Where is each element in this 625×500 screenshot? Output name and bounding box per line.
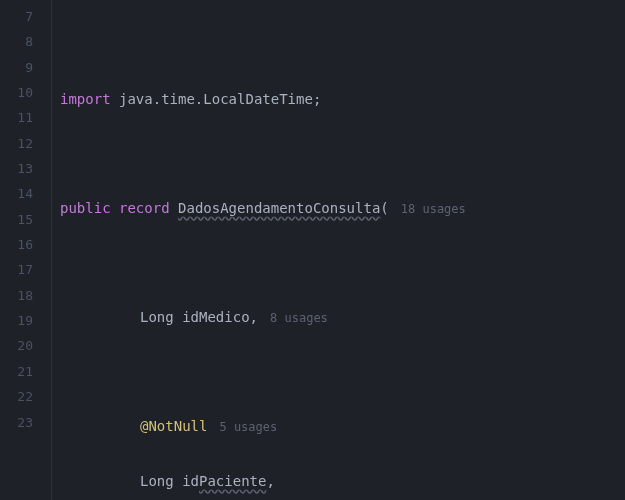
- line-number: 23: [0, 410, 33, 435]
- line-number: 7: [0, 4, 33, 29]
- usage-hint[interactable]: 8 usages: [258, 311, 328, 325]
- line-number: 13: [0, 156, 33, 181]
- line-number: 21: [0, 359, 33, 384]
- line-number: 19: [0, 308, 33, 333]
- line-number: 16: [0, 232, 33, 257]
- code-line: [60, 140, 625, 167]
- paren-open: (: [380, 200, 388, 216]
- line-number: 18: [0, 283, 33, 308]
- code-line: [60, 250, 625, 277]
- line-number: 22: [0, 384, 33, 409]
- comma: ,: [250, 309, 258, 325]
- keyword-record: record: [119, 200, 170, 216]
- identifier: idMedico: [182, 309, 249, 325]
- line-number: 20: [0, 333, 33, 358]
- keyword-public: public: [60, 200, 111, 216]
- code-line: [60, 359, 625, 386]
- identifier-prefix: id: [182, 473, 199, 489]
- line-number: 14: [0, 181, 33, 206]
- code-line: public record DadosAgendamentoConsulta(1…: [60, 195, 625, 222]
- identifier-underlined: Paciente: [199, 473, 266, 489]
- line-number: 17: [0, 257, 33, 282]
- type-name: Long: [140, 473, 174, 489]
- record-name[interactable]: DadosAgendamentoConsulta: [178, 200, 380, 216]
- type-name: Long: [140, 309, 174, 325]
- code-line: @NotNull5 usages: [60, 413, 625, 440]
- semicolon: ;: [313, 91, 321, 107]
- code-line: [60, 31, 625, 58]
- usage-hint[interactable]: 5 usages: [207, 420, 277, 434]
- line-number: 12: [0, 131, 33, 156]
- code-line: import java.time.LocalDateTime;: [60, 86, 625, 113]
- keyword-import: import: [60, 91, 111, 107]
- code-editor[interactable]: import java.time.LocalDateTime; public r…: [52, 0, 625, 500]
- line-number-gutter: 7 8 9 10 11 12 13 14 15 16 17 18 19 20 2…: [0, 0, 52, 500]
- line-number: 9: [0, 55, 33, 80]
- line-number: 8: [0, 29, 33, 54]
- package-path: java.time.LocalDateTime: [119, 91, 313, 107]
- line-number: 10: [0, 80, 33, 105]
- code-line: Long idMedico,8 usages: [60, 304, 625, 331]
- code-line: Long idPaciente,: [60, 468, 625, 495]
- comma: ,: [266, 473, 274, 489]
- usage-hint[interactable]: 18 usages: [389, 202, 466, 216]
- line-number: 15: [0, 207, 33, 232]
- annotation: @NotNull: [140, 418, 207, 434]
- line-number: 11: [0, 105, 33, 130]
